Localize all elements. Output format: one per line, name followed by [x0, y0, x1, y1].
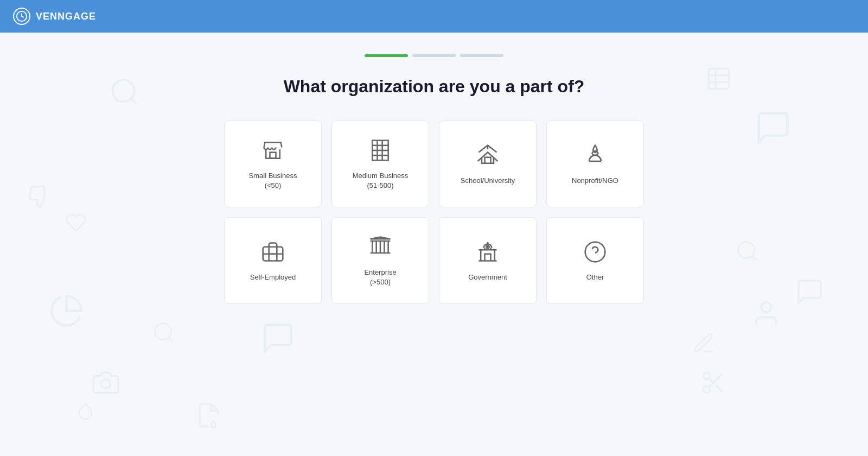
svg-line-15 — [709, 373, 723, 387]
briefcase-icon — [260, 239, 286, 265]
question-icon — [582, 239, 608, 265]
self-employed-label: Self-Employed — [250, 273, 296, 282]
nonprofit-icon — [582, 142, 608, 168]
svg-point-42 — [585, 242, 605, 262]
small-business-label: Small Business (<50) — [249, 171, 297, 191]
bg-bucket-icon — [195, 402, 222, 431]
option-enterprise[interactable]: Enterprise (>500) — [331, 217, 429, 304]
svg-line-16 — [716, 385, 723, 392]
svg-point-10 — [738, 242, 755, 258]
medium-business-label: Medium Business (51-500) — [353, 171, 409, 191]
bg-drop-icon — [76, 402, 95, 423]
bg-heart-icon — [65, 212, 87, 236]
bg-search3-icon — [735, 239, 760, 265]
bg-scissors-icon — [700, 369, 727, 398]
svg-point-9 — [101, 379, 111, 389]
svg-line-11 — [752, 256, 756, 260]
progress-bar — [365, 54, 503, 57]
bg-pen-icon — [692, 331, 716, 358]
option-other[interactable]: Other — [546, 217, 644, 304]
progress-step-2 — [412, 54, 456, 57]
logo: VENNGAGE — [13, 8, 96, 25]
option-school-university[interactable]: School/University — [439, 121, 537, 207]
bg-search-icon — [108, 76, 141, 111]
store-icon — [260, 137, 286, 163]
svg-point-7 — [155, 324, 171, 340]
columns-icon — [367, 234, 393, 260]
option-medium-business[interactable]: Medium Business (51-500) — [331, 121, 429, 207]
bg-chat-icon — [754, 109, 792, 149]
bg-chat2-icon — [260, 320, 296, 358]
svg-point-12 — [761, 302, 771, 312]
bg-search2-icon — [152, 320, 176, 347]
option-small-business[interactable]: Small Business (<50) — [224, 121, 322, 207]
government-label: Government — [468, 273, 507, 282]
bg-piechart-icon — [49, 293, 84, 331]
option-nonprofit-ngo[interactable]: Nonprofit/NGO — [546, 121, 644, 207]
svg-line-2 — [131, 99, 137, 105]
option-government[interactable]: Government — [439, 217, 537, 304]
school-label: School/University — [461, 176, 515, 186]
government-icon — [475, 239, 501, 265]
svg-rect-18 — [270, 152, 276, 158]
school-icon — [475, 142, 501, 168]
bg-camera-icon — [92, 369, 119, 398]
nonprofit-label: Nonprofit/NGO — [572, 176, 618, 186]
svg-rect-3 — [709, 68, 729, 89]
svg-line-8 — [169, 337, 173, 341]
progress-step-3 — [460, 54, 503, 57]
main-content: What organization are you a part of? Sma… — [0, 33, 868, 456]
logo-icon — [13, 8, 30, 25]
page-title: What organization are you a part of? — [284, 77, 585, 97]
enterprise-label: Enterprise (>500) — [364, 268, 396, 287]
bg-doc-icon — [705, 65, 732, 94]
logo-text: VENNGAGE — [36, 11, 96, 22]
bg-person-icon — [751, 299, 781, 331]
svg-point-13 — [703, 372, 710, 379]
org-options-grid: Small Business (<50) Medium Business (51… — [224, 121, 644, 304]
other-label: Other — [586, 273, 604, 282]
bg-msg-icon — [795, 277, 825, 309]
progress-step-1 — [365, 54, 408, 57]
svg-point-1 — [113, 80, 135, 102]
bg-thumbsdown-icon — [27, 185, 52, 211]
option-self-employed[interactable]: Self-Employed — [224, 217, 322, 304]
svg-line-17 — [709, 378, 713, 383]
svg-point-14 — [703, 386, 710, 393]
header: VENNGAGE — [0, 0, 868, 33]
building-icon — [367, 137, 393, 163]
